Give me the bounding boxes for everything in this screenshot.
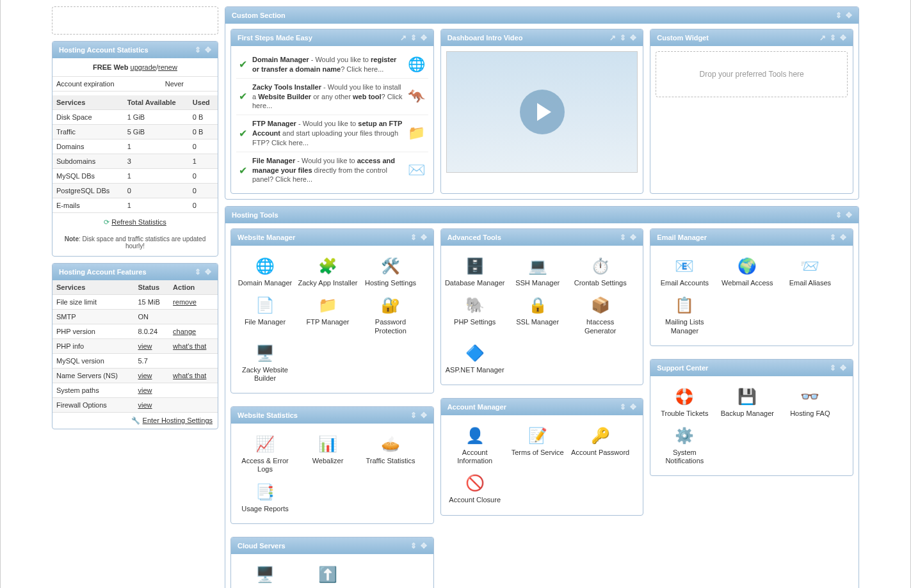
move-icon[interactable]: ✥ xyxy=(205,267,211,276)
tool-icon: 📋 xyxy=(672,295,697,315)
tool-item[interactable]: ⬆️VPS Upgrades xyxy=(296,560,359,588)
move-icon[interactable]: ✥ xyxy=(840,33,846,42)
status-link[interactable]: view xyxy=(138,342,152,350)
tool-item[interactable]: 🛠️Hosting Settings xyxy=(359,252,422,291)
tool-label: Traffic Statistics xyxy=(360,457,421,465)
collapse-icon[interactable]: ⇕ xyxy=(620,33,626,42)
action-link[interactable]: what's that xyxy=(173,372,206,379)
tool-label: Zacky Website Builder xyxy=(235,366,295,383)
refresh-stats-link[interactable]: Refresh Statistics xyxy=(111,218,166,226)
action-link[interactable]: remove xyxy=(173,298,197,306)
collapse-icon[interactable]: ⇕ xyxy=(410,233,417,242)
step-icon: 🦘 xyxy=(408,88,426,106)
collapse-icon[interactable]: ⇕ xyxy=(195,267,201,276)
tool-item[interactable]: 👓Hosting FAQ xyxy=(778,383,841,422)
tool-item[interactable]: 👤Account Information xyxy=(444,422,506,469)
collapse-icon[interactable]: ⇕ xyxy=(410,541,417,550)
move-icon[interactable]: ✥ xyxy=(630,33,636,42)
tool-item[interactable]: 📦htaccess Generator xyxy=(569,291,632,338)
tool-icon: 📨 xyxy=(798,256,822,276)
tool-item[interactable]: 🔐Password Protection xyxy=(359,291,422,338)
tool-item[interactable]: 🛟Trouble Tickets xyxy=(653,383,716,422)
left-drop-zone[interactable] xyxy=(52,6,218,35)
tool-item[interactable]: 💻SSH Manager xyxy=(506,252,569,291)
share-icon[interactable]: ↗ xyxy=(609,33,616,42)
tool-item[interactable]: 📄File Manager xyxy=(234,291,296,338)
tool-item[interactable]: 🌍Webmail Access xyxy=(716,252,778,291)
tool-icon: 👓 xyxy=(798,386,822,407)
tool-item[interactable]: 🥧Traffic Statistics xyxy=(359,430,422,477)
move-icon[interactable]: ✥ xyxy=(205,45,211,54)
tool-item[interactable]: 🐘PHP Settings xyxy=(444,291,506,338)
tool-item[interactable]: 🌐Domain Manager xyxy=(234,252,296,291)
tool-item[interactable]: 🗄️Database Manager xyxy=(444,252,506,291)
move-icon[interactable]: ✥ xyxy=(421,233,427,242)
move-icon[interactable]: ✥ xyxy=(421,411,427,420)
collapse-icon[interactable]: ⇕ xyxy=(410,411,417,420)
tool-item[interactable]: 📑Usage Reports xyxy=(234,478,296,517)
share-icon[interactable]: ↗ xyxy=(400,33,407,42)
tool-icon: 📊 xyxy=(316,434,340,454)
move-icon[interactable]: ✥ xyxy=(846,211,852,219)
action-link[interactable]: change xyxy=(173,328,196,335)
collapse-icon[interactable]: ⇕ xyxy=(620,402,626,411)
collapse-icon[interactable]: ⇕ xyxy=(620,233,626,242)
tool-icon: 📑 xyxy=(253,482,277,502)
play-icon[interactable] xyxy=(520,90,565,134)
collapse-icon[interactable]: ⇕ xyxy=(830,233,836,242)
tool-item[interactable]: 📧Email Accounts xyxy=(653,252,716,291)
tool-item[interactable]: 📋Mailing Lists Manager xyxy=(653,291,716,338)
tool-item[interactable]: ⚙️System Notifications xyxy=(653,422,716,469)
stats-table-top: Account expirationNever xyxy=(52,77,218,91)
first-step-item[interactable]: ✔Zacky Tools Installer - Would you like … xyxy=(236,79,428,116)
tool-item[interactable]: ⏱️Crontab Settings xyxy=(569,252,632,291)
collapse-icon[interactable]: ⇕ xyxy=(410,33,417,42)
status-link[interactable]: view xyxy=(138,372,152,379)
check-icon: ✔ xyxy=(239,90,247,102)
tool-icon: 📝 xyxy=(526,425,550,446)
tool-item[interactable]: 🔑Account Password xyxy=(569,422,632,469)
first-step-item[interactable]: ✔Domain Manager - Would you like to regi… xyxy=(236,51,428,79)
upgrade-link[interactable]: upgrade xyxy=(131,63,156,71)
move-icon[interactable]: ✥ xyxy=(846,11,852,20)
renew-link[interactable]: renew xyxy=(158,63,177,71)
tool-item[interactable]: 🚫Account Closure xyxy=(444,469,506,508)
tool-label: Trouble Tickets xyxy=(654,409,714,418)
tool-item[interactable]: 🧩Zacky App Installer xyxy=(296,252,359,291)
status-link[interactable]: view xyxy=(138,386,152,394)
intro-video-thumbnail[interactable] xyxy=(446,51,638,173)
collapse-icon[interactable]: ⇕ xyxy=(195,45,201,54)
tool-item[interactable]: 📊Webalizer xyxy=(296,430,359,477)
move-icon[interactable]: ✥ xyxy=(421,33,427,42)
collapse-icon[interactable]: ⇕ xyxy=(830,33,836,42)
collapse-icon[interactable]: ⇕ xyxy=(830,363,836,372)
tool-item[interactable]: 🖥️VPS Manager xyxy=(234,560,296,588)
share-icon[interactable]: ↗ xyxy=(819,33,826,42)
tool-icon: 🔒 xyxy=(526,295,550,315)
move-icon[interactable]: ✥ xyxy=(630,233,636,242)
move-icon[interactable]: ✥ xyxy=(840,233,846,242)
tool-item[interactable]: 📁FTP Manager xyxy=(296,291,359,338)
move-icon[interactable]: ✥ xyxy=(630,402,636,411)
first-step-item[interactable]: ✔File Manager - Would you like to access… xyxy=(236,152,428,189)
enter-hosting-settings-link[interactable]: Enter Hosting Settings xyxy=(143,417,213,424)
tool-item[interactable]: 💾Backup Manager xyxy=(716,383,778,422)
move-icon[interactable]: ✥ xyxy=(421,541,427,550)
tool-label: FTP Manager xyxy=(298,318,358,326)
action-link[interactable]: what's that xyxy=(173,342,206,350)
tool-item[interactable]: 📨Email Aliases xyxy=(778,252,841,291)
first-step-item[interactable]: ✔FTP Manager - Would you like to setup a… xyxy=(236,115,428,152)
collapse-icon[interactable]: ⇕ xyxy=(835,211,842,219)
tool-item[interactable]: 📝Terms of Service xyxy=(506,422,569,469)
move-icon[interactable]: ✥ xyxy=(840,363,846,372)
table-row: Traffic5 GiB0 B xyxy=(52,125,218,139)
tool-item[interactable]: 🔒SSL Manager xyxy=(506,291,569,338)
tool-icon: 💾 xyxy=(735,386,759,407)
collapse-icon[interactable]: ⇕ xyxy=(835,11,842,20)
tool-item[interactable]: 📈Access & Error Logs xyxy=(234,430,296,477)
drop-tools-zone[interactable]: Drop your preferred Tools here xyxy=(656,51,848,97)
status-link[interactable]: view xyxy=(138,401,152,409)
tool-icon: 🛟 xyxy=(672,386,697,407)
tool-item[interactable]: 🔷ASP.NET Manager xyxy=(444,339,506,378)
tool-item[interactable]: 🖥️Zacky Website Builder xyxy=(234,339,296,386)
